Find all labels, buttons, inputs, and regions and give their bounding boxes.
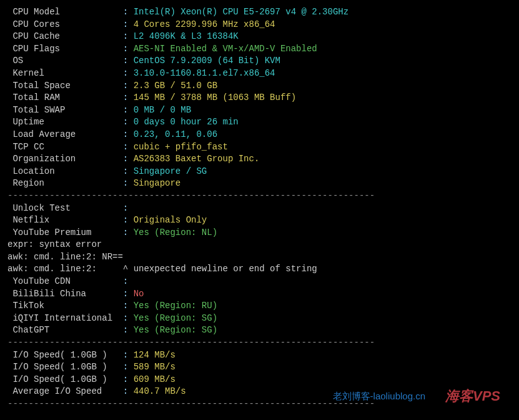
info-label: TikTok: [7, 300, 123, 312]
info-label: Total SWAP: [7, 104, 123, 117]
info-label: YouTube Premium: [7, 227, 123, 239]
io-speed-row: I/O Speed( 1.0GB ) : 589 MB/s: [7, 361, 512, 374]
info-value: Yes (Region: RU): [134, 301, 217, 311]
colon: :: [123, 129, 134, 139]
unlock-test-row: TikTok : Yes (Region: RU): [7, 300, 512, 312]
unlock-test-row: Netflix : Originals Only: [7, 214, 512, 227]
info-label: Unlock Test: [7, 202, 123, 215]
info-label: TCP CC: [7, 141, 123, 154]
info-value: Originals Only: [134, 215, 207, 225]
colon: :: [123, 31, 134, 41]
info-label: Average I/O Speed: [7, 386, 123, 398]
colon: :: [123, 350, 134, 360]
colon: :: [123, 154, 134, 164]
divider: ----------------------------------------…: [7, 190, 512, 202]
info-label: I/O Speed( 1.0GB ): [7, 374, 123, 386]
colon: :: [123, 56, 134, 66]
error-line: awk: cmd. line:2: ^ unexpected newline o…: [7, 263, 512, 276]
system-info-row: CPU Flags : AES-NI Enabled & VM-x/AMD-V …: [7, 43, 512, 56]
info-value: 0 MB / 0 MB: [134, 105, 191, 115]
colon: :: [123, 289, 134, 299]
info-value: 4 Cores 2299.996 MHz x86_64: [134, 19, 275, 29]
info-value: 0.23, 0.11, 0.06: [134, 129, 217, 139]
info-value: L2 4096K & L3 16384K: [134, 31, 239, 41]
info-label: Region: [7, 178, 123, 190]
info-label: Organization: [7, 153, 123, 166]
colon: :: [123, 105, 134, 115]
error-line: awk: cmd. line:2: NR==: [7, 251, 512, 264]
system-info-row: TCP CC : cubic + pfifo_fast: [7, 141, 512, 154]
info-label: CPU Cores: [7, 19, 123, 31]
io-speed-row: Average I/O Speed : 440.7 MB/s: [7, 386, 512, 398]
colon: :: [123, 81, 134, 91]
system-info-row: CPU Model : Intel(R) Xeon(R) CPU E5-2697…: [7, 6, 512, 19]
colon: :: [123, 301, 134, 311]
colon: :: [123, 215, 134, 225]
info-label: BiliBili China: [7, 288, 123, 301]
info-value: 609 MB/s: [134, 374, 175, 384]
unlock-test-row: YouTube CDN :: [7, 276, 512, 288]
divider: ----------------------------------------…: [7, 337, 512, 349]
info-value: 145 MB / 3788 MB (1063 MB Buff): [134, 92, 296, 102]
system-info-row: Uptime : 0 days 0 hour 26 min: [7, 116, 512, 129]
info-value: AS26383 Baxet Group Inc.: [134, 154, 260, 164]
info-label: Total RAM: [7, 92, 123, 104]
info-label: I/O Speed( 1.0GB ): [7, 361, 123, 374]
system-info-row: CPU Cores : 4 Cores 2299.996 MHz x86_64: [7, 19, 512, 31]
system-info-row: Kernel : 3.10.0-1160.81.1.el7.x86_64: [7, 68, 512, 80]
info-label: YouTube CDN: [7, 276, 123, 288]
info-value: 124 MB/s: [134, 350, 175, 360]
info-value: cubic + pfifo_fast: [134, 142, 228, 152]
info-value: 440.7 MB/s: [134, 386, 186, 396]
info-value: Yes (Region: SG): [134, 325, 217, 335]
system-info-row: Region : Singapore: [7, 178, 512, 190]
info-value: Yes (Region: SG): [134, 313, 217, 323]
system-info-row: Total Space : 2.3 GB / 51.0 GB: [7, 80, 512, 92]
colon: :: [123, 7, 134, 17]
colon: :: [123, 92, 134, 102]
colon: :: [123, 374, 134, 384]
io-speed-row: I/O Speed( 1.0GB ) : 124 MB/s: [7, 349, 512, 362]
system-info-row: Total RAM : 145 MB / 3788 MB (1063 MB Bu…: [7, 92, 512, 104]
divider: ----------------------------------------…: [7, 398, 512, 411]
info-label: ChatGPT: [7, 324, 123, 337]
colon: :: [123, 325, 134, 335]
error-line: expr: syntax error: [7, 239, 512, 251]
system-info-row: Load Average : 0.23, 0.11, 0.06: [7, 129, 512, 141]
colon: :: [123, 178, 134, 188]
colon: :: [123, 386, 134, 396]
info-label: CPU Cache: [7, 31, 123, 43]
info-value: AES-NI Enabled & VM-x/AMD-V Enabled: [134, 44, 317, 54]
info-value: 589 MB/s: [134, 362, 175, 372]
info-label: Uptime: [7, 116, 123, 129]
colon: :: [123, 44, 134, 54]
colon: :: [123, 142, 134, 152]
colon: :: [123, 228, 134, 238]
watermark-haike: 海客VPS: [445, 387, 500, 406]
info-value: 0 days 0 hour 26 min: [134, 117, 239, 127]
info-label: CPU Flags: [7, 43, 123, 56]
terminal-output: CPU Model : Intel(R) Xeon(R) CPU E5-2697…: [7, 6, 512, 411]
colon: :: [123, 203, 134, 213]
system-info-row: Location : Singapore / SG: [7, 166, 512, 178]
info-label: Load Average: [7, 129, 123, 141]
info-label: OS: [7, 55, 123, 68]
info-label: CPU Model: [7, 6, 123, 19]
info-value: No: [134, 289, 144, 299]
colon: :: [123, 362, 134, 372]
info-value: 3.10.0-1160.81.1.el7.x86_64: [134, 68, 275, 78]
info-value: Yes (Region: NL): [134, 228, 217, 238]
info-value: CentOS 7.9.2009 (64 Bit) KVM: [134, 56, 280, 66]
unlock-test-row: YouTube Premium : Yes (Region: NL): [7, 227, 512, 239]
unlock-test-row: Unlock Test :: [7, 202, 512, 215]
system-info-row: Total SWAP : 0 MB / 0 MB: [7, 104, 512, 117]
info-value: Singapore: [134, 178, 181, 188]
colon: :: [123, 19, 134, 29]
info-label: Total Space: [7, 80, 123, 92]
info-label: I/O Speed( 1.0GB ): [7, 349, 123, 362]
system-info-row: CPU Cache : L2 4096K & L3 16384K: [7, 31, 512, 43]
info-value: Intel(R) Xeon(R) CPU E5-2697 v4 @ 2.30GH…: [134, 7, 348, 17]
system-info-row: Organization : AS26383 Baxet Group Inc.: [7, 153, 512, 166]
colon: :: [123, 117, 134, 127]
colon: :: [123, 276, 134, 286]
